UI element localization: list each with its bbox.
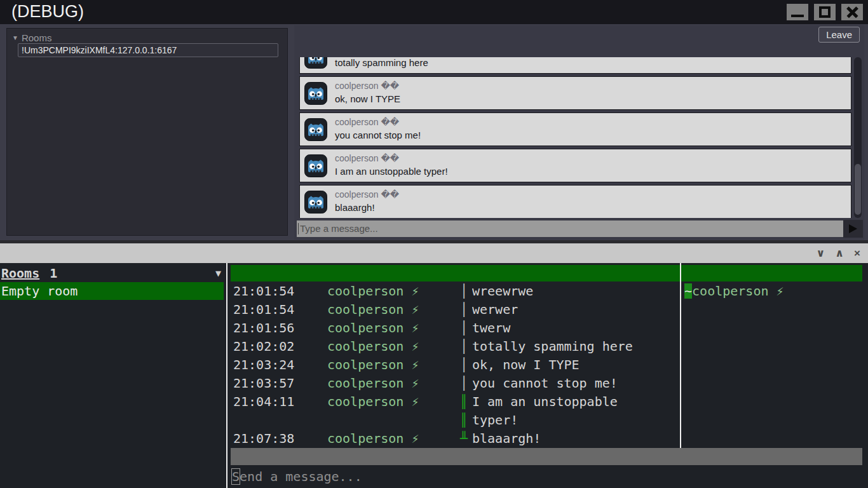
log-timestamp: 21:03:24 [231, 356, 295, 374]
log-timestamp: 21:01:54 [231, 282, 295, 301]
chat-message-author: coolperson �� [335, 189, 399, 200]
log-message: I am an unstoppable [472, 393, 680, 411]
chevron-up-icon[interactable]: ∧ [835, 248, 844, 259]
userlist-nick: coolperson ⚡ [692, 283, 784, 299]
log-separator: │ [456, 282, 472, 301]
log-line: 21:01:54coolperson ⚡│wreewrwe [231, 282, 680, 301]
log-nick: coolperson ⚡ [295, 337, 456, 356]
chat-message: coolperson ��blaaargh! [299, 185, 851, 218]
terminal-body: Rooms1 ▼ Empty room 21:01:54coolperson ⚡… [0, 263, 868, 488]
log-separator: │ [456, 337, 472, 356]
send-button[interactable] [843, 220, 863, 238]
buffer-divider [226, 263, 227, 488]
log-message: twerw [472, 319, 680, 337]
log-nick: coolperson ⚡ [295, 393, 456, 411]
log-line: ║typer! [231, 411, 680, 430]
log-timestamp: 21:03:57 [231, 374, 295, 393]
userlist-prefix: ~ [684, 283, 692, 299]
log-line: 21:01:54coolperson ⚡│werwer [231, 301, 680, 319]
log-nick: coolperson ⚡ [295, 319, 456, 337]
godot-avatar-icon [304, 57, 327, 69]
chat-message: coolperson ��totally spamming here [299, 57, 851, 74]
log-line: 21:03:57coolperson ⚡│you cannot stop me! [231, 374, 680, 393]
close-button[interactable] [841, 4, 863, 20]
log-line: 21:07:38coolperson ⚡╨blaaargh! [231, 430, 680, 448]
chat-message-text: totally spamming here [335, 57, 428, 68]
chat-message: coolperson ��you cannot stop me! [299, 112, 851, 146]
log-timestamp: 21:04:11 [231, 393, 295, 411]
chevron-down-icon[interactable]: ∨ [816, 248, 825, 259]
log-separator: ╨ [456, 430, 472, 448]
log-message: totally spamming here [472, 337, 680, 356]
terminal-panel: ∨ ∧ × Rooms1 ▼ Empty room 21:01:54coolpe… [0, 240, 868, 488]
log-timestamp: 21:01:54 [231, 301, 295, 319]
tree-collapse-icon[interactable]: ▼ [12, 34, 18, 41]
godot-avatar-icon [304, 191, 327, 214]
terminal-cursor: S [232, 469, 240, 484]
window-title: (DEBUG) [11, 2, 84, 22]
chat-message-text: blaaargh! [335, 202, 375, 213]
rooms-panel: ▼ Rooms !Um3PCMPI9kziIXMfL4:127.0.0.1:61… [6, 28, 288, 236]
send-arrow-icon [849, 224, 857, 233]
chat-message: coolperson ��I am an unstoppable typer! [299, 149, 851, 182]
log-separator: │ [456, 301, 472, 319]
terminal-topbar: ∨ ∧ × [0, 243, 868, 263]
chat-scrollbar-thumb[interactable] [855, 164, 861, 215]
log-nick: coolperson ⚡ [295, 282, 456, 301]
app-window-body: ▼ Rooms !Um3PCMPI9kziIXMfL4:127.0.0.1:61… [0, 24, 868, 240]
chat-message-text: you cannot stop me! [335, 130, 421, 140]
window-titlebar: (DEBUG) [0, 0, 868, 24]
log-line: 21:03:24coolperson ⚡│ok, now I TYPE [231, 356, 680, 374]
message-list: coolperson ��totally spamming here coolp… [299, 57, 862, 218]
log-line: 21:04:11coolperson ⚡║I am an unstoppable [231, 393, 680, 411]
log-line: 21:01:56coolperson ⚡│twerw [231, 319, 680, 337]
godot-avatar-icon [304, 82, 327, 105]
log-timestamp: 21:02:02 [231, 337, 295, 356]
log-separator: │ [456, 319, 472, 337]
log-message: werwer [472, 301, 680, 319]
chat-message-text: ok, now I TYPE [335, 93, 400, 104]
userlist-entry[interactable]: ~coolperson ⚡ [684, 282, 784, 301]
log-separator: ║ [456, 411, 472, 430]
minimize-icon [791, 15, 804, 17]
chat-message-input[interactable]: Type a message... [297, 220, 843, 237]
panel-close-icon[interactable]: × [854, 248, 860, 259]
log-nick: coolperson ⚡ [295, 356, 456, 374]
room-list-item[interactable]: !Um3PCMPI9kziIXMfL4:127.0.0.1:6167 [18, 43, 278, 57]
terminal-message-input[interactable]: Send a message... [232, 468, 362, 486]
log-separator: │ [456, 374, 472, 393]
chat-message-author: coolperson �� [335, 117, 399, 127]
topic-bar [231, 265, 862, 281]
log-message: wreewrwe [472, 282, 680, 301]
maximize-button[interactable] [814, 4, 836, 20]
log-timestamp [231, 411, 295, 430]
log-line: 21:02:02coolperson ⚡│totally spamming he… [231, 337, 680, 356]
userlist-divider [680, 263, 681, 448]
log-message: blaaargh! [472, 430, 680, 448]
chat-message: coolperson ��ok, now I TYPE [299, 76, 851, 110]
log-message: typer! [472, 411, 680, 430]
log-message: you cannot stop me! [472, 374, 680, 393]
text-caret [298, 223, 299, 234]
log-separator: │ [456, 356, 472, 374]
log-timestamp: 21:07:38 [231, 430, 295, 448]
log-nick: coolperson ⚡ [295, 374, 456, 393]
log-nick: coolperson ⚡ [295, 301, 456, 319]
chat-panel: Leave coolperson ��totally spamming here… [294, 25, 864, 240]
log-nick [295, 411, 456, 430]
minimize-button[interactable] [787, 4, 808, 20]
buffer-list-header: Rooms1 ▼ [1, 265, 226, 282]
log-timestamp: 21:01:56 [231, 319, 295, 337]
chat-message-author: coolperson �� [335, 81, 399, 91]
buffer-list-item[interactable]: Empty room [0, 282, 224, 300]
chat-message-text: I am an unstoppable typer! [335, 166, 448, 177]
leave-button[interactable]: Leave [818, 27, 860, 43]
log-message: ok, now I TYPE [472, 356, 680, 374]
log-nick: coolperson ⚡ [295, 430, 456, 448]
chat-message-author: coolperson �� [335, 153, 399, 163]
godot-avatar-icon [304, 154, 327, 177]
buffer-dropdown-icon[interactable]: ▼ [215, 265, 221, 282]
log-separator: ║ [456, 393, 472, 411]
maximize-icon [819, 6, 831, 18]
godot-avatar-icon [304, 118, 327, 141]
